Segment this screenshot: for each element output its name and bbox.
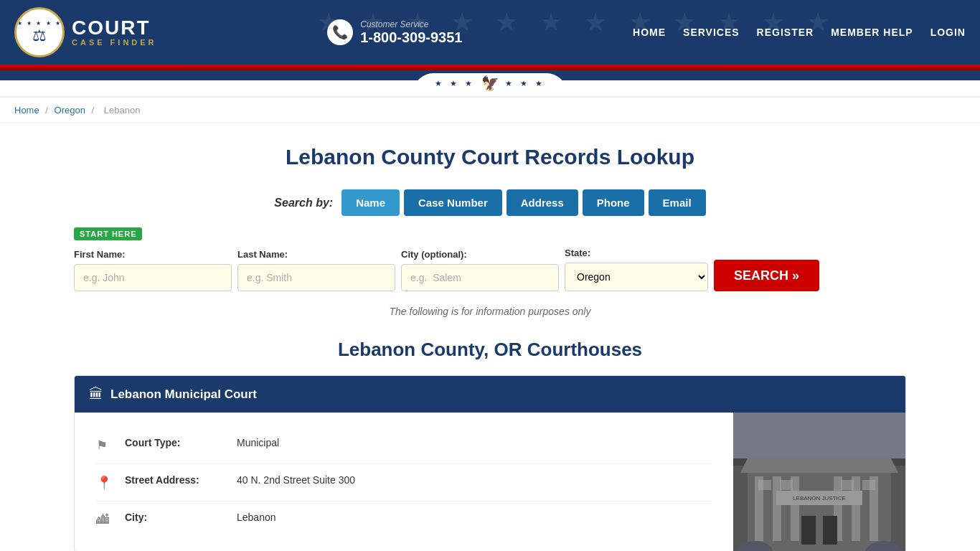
cs-phone: 1-800-309-9351 — [360, 29, 462, 46]
breadcrumb-city: Lebanon — [104, 105, 141, 116]
courthouse-details: ⚑ Court Type: Municipal 📍 Street Address… — [75, 413, 733, 551]
eagle-stars-left: ★ ★ ★ — [435, 79, 475, 88]
city-group: City (optional): — [401, 249, 559, 291]
address-label: Street Address: — [125, 474, 225, 486]
nav-home[interactable]: HOME — [633, 27, 666, 38]
phone-icon: 📞 — [327, 19, 353, 45]
logo-icon: ⚖ — [32, 27, 47, 45]
first-name-input[interactable] — [74, 264, 232, 291]
address-value: 40 N. 2nd Street Suite 300 — [237, 474, 355, 486]
breadcrumb-home[interactable]: Home — [14, 105, 39, 116]
svg-marker-9 — [740, 458, 898, 473]
city-label: City: — [125, 512, 225, 523]
address-icon: 📍 — [96, 475, 113, 491]
banner-strip — [0, 65, 980, 70]
search-form: First Name: Last Name: City (optional): … — [74, 248, 906, 291]
courthouse-header: 🏛 Lebanon Municipal Court — [75, 376, 905, 413]
logo-case-finder-text: CASE FINDER — [72, 38, 157, 47]
last-name-label: Last Name: — [237, 249, 395, 260]
courthouse-image: LEBANON JUSTICE — [733, 413, 905, 551]
svg-rect-12 — [823, 516, 837, 545]
courthouse-card: 🏛 Lebanon Municipal Court ⚑ Court Type: … — [74, 375, 906, 551]
svg-rect-14 — [780, 480, 793, 490]
city-value: Lebanon — [237, 512, 276, 523]
tab-phone[interactable]: Phone — [583, 189, 644, 216]
logo-court-text: COURT — [72, 18, 157, 38]
tab-address[interactable]: Address — [507, 189, 578, 216]
cs-label: Customer Service — [360, 19, 462, 29]
eagle-stars-right: ★ ★ ★ — [505, 79, 545, 88]
court-type-icon: ⚑ — [96, 438, 113, 453]
breadcrumb-state[interactable]: Oregon — [55, 105, 85, 116]
page-title: Lebanon County Court Records Lookup — [74, 145, 906, 169]
city-row: 🏙 City: Lebanon — [96, 501, 712, 537]
last-name-input[interactable] — [237, 264, 395, 291]
search-by-label: Search by: — [274, 197, 333, 209]
eagle-icon: 🦅 — [481, 75, 499, 92]
start-here-badge: START HERE — [74, 227, 142, 240]
courthouses-title: Lebanon County, OR Courthouses — [74, 339, 906, 361]
customer-service: 📞 Customer Service 1-800-309-9351 — [327, 19, 462, 46]
svg-text:LEBANON JUSTICE: LEBANON JUSTICE — [793, 495, 846, 501]
site-header: ★ ★ ★ ★ ★ ⚖ COURT CASE FINDER 📞 Customer… — [0, 0, 980, 65]
state-label: State: — [565, 248, 708, 258]
svg-rect-11 — [801, 516, 816, 545]
search-by-row: Search by: Name Case Number Address Phon… — [74, 189, 906, 216]
breadcrumb-sep-1: / — [45, 105, 50, 116]
eagle-banner: ★ ★ ★ 🦅 ★ ★ ★ — [0, 70, 980, 98]
state-select[interactable]: Oregon Alabama Alaska Arizona Arkansas C… — [565, 263, 708, 291]
city-label: City (optional): — [401, 249, 559, 260]
main-nav: HOME SERVICES REGISTER MEMBER HELP LOGIN — [633, 27, 966, 38]
court-type-value: Municipal — [237, 437, 279, 448]
svg-rect-13 — [758, 480, 771, 490]
search-button[interactable]: SEARCH » — [714, 260, 819, 291]
state-group: State: Oregon Alabama Alaska Arizona Ark… — [565, 248, 708, 291]
logo-area: ★ ★ ★ ★ ★ ⚖ COURT CASE FINDER — [14, 7, 157, 57]
courthouse-name-link[interactable]: Lebanon Municipal Court — [110, 387, 257, 402]
info-note: The following is for information purpose… — [74, 306, 906, 317]
court-type-row: ⚑ Court Type: Municipal — [96, 427, 712, 464]
breadcrumb-sep-2: / — [92, 105, 97, 116]
first-name-group: First Name: — [74, 249, 232, 291]
breadcrumb: Home / Oregon / Lebanon — [0, 98, 980, 123]
city-icon: 🏙 — [96, 512, 113, 527]
court-type-label: Court Type: — [125, 437, 225, 448]
address-row: 📍 Street Address: 40 N. 2nd Street Suite… — [96, 464, 712, 501]
first-name-label: First Name: — [74, 249, 232, 260]
courthouse-body: ⚑ Court Type: Municipal 📍 Street Address… — [75, 413, 905, 551]
svg-rect-15 — [841, 480, 854, 490]
svg-rect-18 — [733, 413, 905, 458]
logo-stars: ★ ★ ★ ★ ★ — [17, 20, 62, 27]
nav-login[interactable]: LOGIN — [930, 27, 966, 38]
nav-register[interactable]: REGISTER — [757, 27, 814, 38]
last-name-group: Last Name: — [237, 249, 395, 291]
courthouse-icon: 🏛 — [89, 386, 103, 402]
tab-case-number[interactable]: Case Number — [404, 189, 502, 216]
city-input[interactable] — [401, 264, 559, 291]
svg-rect-16 — [862, 480, 875, 490]
tab-name[interactable]: Name — [341, 189, 400, 216]
main-content: Lebanon County Court Records Lookup Sear… — [60, 123, 920, 551]
nav-member-help[interactable]: MEMBER HELP — [831, 27, 913, 38]
nav-services[interactable]: SERVICES — [683, 27, 740, 38]
logo-emblem: ★ ★ ★ ★ ★ ⚖ — [14, 7, 65, 57]
tab-email[interactable]: Email — [649, 189, 706, 216]
